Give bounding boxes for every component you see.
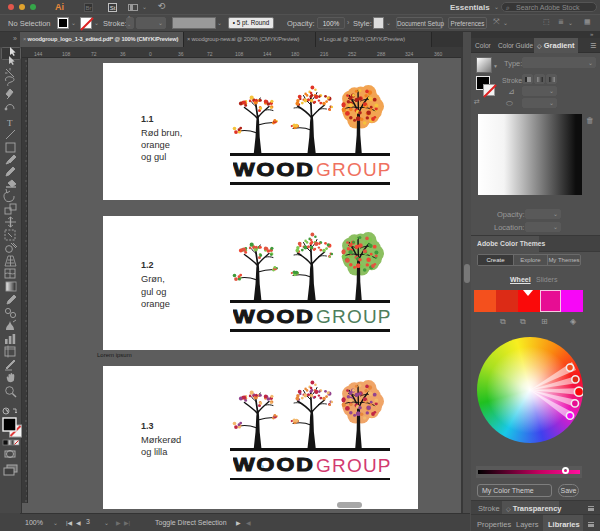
svg-text:36: 36 xyxy=(178,51,184,57)
svg-text:WOOD: WOOD xyxy=(233,306,315,326)
svg-text:108: 108 xyxy=(235,51,244,57)
svg-text:324: 324 xyxy=(405,51,414,57)
svg-text:144: 144 xyxy=(34,51,43,57)
svg-text:72: 72 xyxy=(207,51,213,57)
svg-text:WOOD: WOOD xyxy=(233,455,315,475)
svg-text:0: 0 xyxy=(149,51,152,57)
svg-text:108: 108 xyxy=(62,51,71,57)
svg-text:180: 180 xyxy=(291,51,300,57)
svg-text:36: 36 xyxy=(120,51,126,57)
svg-text:252: 252 xyxy=(348,51,357,57)
svg-text:T: T xyxy=(7,118,13,128)
svg-text:216: 216 xyxy=(320,51,329,57)
svg-text:288: 288 xyxy=(377,51,386,57)
svg-text:144: 144 xyxy=(263,51,272,57)
svg-text:WOOD: WOOD xyxy=(233,159,315,179)
svg-text:72: 72 xyxy=(91,51,97,57)
svg-text:360: 360 xyxy=(434,51,443,57)
